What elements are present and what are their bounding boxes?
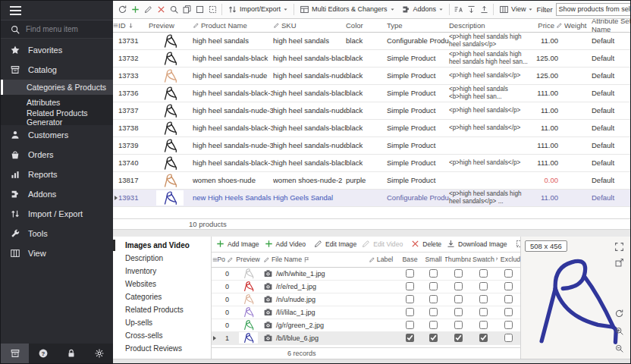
open-external-button[interactable] <box>614 257 626 268</box>
column-header-type[interactable]: Type <box>387 21 449 30</box>
sidebar-item-view[interactable]: View <box>1 243 113 263</box>
column-header-description[interactable]: Description <box>449 21 532 30</box>
column-header-exclude[interactable]: Exclude <box>496 256 520 263</box>
exclude-checkbox[interactable] <box>504 269 513 278</box>
column-header-base[interactable]: Base <box>398 256 422 263</box>
swatch-checkbox[interactable] <box>479 321 488 329</box>
footer-lock-button[interactable] <box>57 344 85 363</box>
column-header-small[interactable]: Small <box>422 256 445 263</box>
swatch-checkbox[interactable] <box>479 334 488 342</box>
product-row[interactable]: 13817women shoes-nudewomen shoes-nude-2p… <box>113 172 630 190</box>
sort-text-button[interactable] <box>452 2 465 17</box>
tab-related-products[interactable]: Related Products <box>113 303 211 316</box>
image-row[interactable]: 0/r/e/red_1.jpg <box>212 281 520 293</box>
sidebar-item-addons[interactable]: Addons <box>1 184 113 204</box>
base-checkbox[interactable] <box>406 321 414 329</box>
tab-product-reviews[interactable]: Product Reviews <box>113 342 211 355</box>
column-header-swatch[interactable]: Swatch <box>471 256 496 263</box>
refresh-button[interactable] <box>116 2 129 17</box>
column-header-color[interactable]: Color <box>346 21 387 30</box>
thumbnail-checkbox[interactable] <box>454 321 463 329</box>
column-header-thumbnail[interactable]: Thumbna <box>445 256 471 263</box>
product-row[interactable]: 13732high heel sandals-blackhigh heel sa… <box>113 50 630 67</box>
sidebar-item-reports[interactable]: Reports <box>1 165 113 184</box>
sidebar-item-categories-products[interactable]: Categories & Products <box>1 80 113 95</box>
edit-video-button[interactable]: Edit Video <box>359 237 405 250</box>
image-row[interactable]: 0/n/u/nude.jpg <box>212 293 520 306</box>
tab-inventory[interactable]: Inventory <box>113 265 211 278</box>
product-row[interactable]: 13740high heel sandals-black-38high heel… <box>113 155 630 172</box>
image-row[interactable]: 1/b/l/blue_6.jpg <box>212 332 520 345</box>
small-checkbox[interactable] <box>429 334 438 342</box>
footer-store-button[interactable] <box>1 344 29 363</box>
sidebar-search-input[interactable]: Find menu item <box>1 20 113 39</box>
product-row[interactable]: 13733high heel sandals-nudehigh heel san… <box>113 67 630 85</box>
exclude-checkbox[interactable] <box>504 308 513 316</box>
add-video-button[interactable]: Add Video <box>262 237 309 250</box>
tab-images-and-video[interactable]: Images and Video <box>113 239 211 252</box>
sidebar-item-attributes[interactable]: Attributes <box>1 95 113 110</box>
exclude-checkbox[interactable] <box>504 334 513 342</box>
small-checkbox[interactable] <box>429 282 438 290</box>
product-row[interactable]: 13731high heel sandalshigh heel sandalsb… <box>113 33 630 50</box>
import-export-menu-button[interactable]: Import/Export <box>224 2 291 17</box>
base-checkbox[interactable] <box>406 334 414 342</box>
thumbnail-checkbox[interactable] <box>454 282 463 290</box>
column-header-label[interactable]: Label <box>363 256 398 263</box>
sidebar-item-related-products-generator[interactable]: Related Products Generator <box>1 110 113 125</box>
exclude-checkbox[interactable] <box>504 295 513 303</box>
duplicate-button[interactable] <box>181 2 193 17</box>
sidebar-item-customers[interactable]: Customers <box>1 125 113 145</box>
exclude-checkbox[interactable] <box>504 321 513 329</box>
row-expand-button[interactable] <box>465 2 478 17</box>
base-checkbox[interactable] <box>406 295 414 303</box>
column-header-id[interactable]: ID <box>118 21 149 30</box>
base-checkbox[interactable] <box>406 269 414 278</box>
tab-cross-sells[interactable]: Cross-sells <box>113 329 211 342</box>
category-filter-select[interactable]: Show products from selected categories <box>556 3 630 16</box>
image-row[interactable]: 0/g/r/green_2.jpg <box>212 319 520 332</box>
small-checkbox[interactable] <box>429 308 438 316</box>
product-row[interactable]: 13931new High Heels SandalsHigh Geels Sa… <box>113 190 630 207</box>
product-row[interactable]: 13738high heel sandals-black-37high heel… <box>113 120 630 137</box>
addons-menu-button[interactable]: Addons <box>398 2 447 17</box>
rotate-button[interactable] <box>614 308 626 319</box>
view-menu-button[interactable]: View <box>496 2 536 17</box>
footer-gear-button[interactable] <box>85 344 113 363</box>
swatch-checkbox[interactable] <box>479 282 488 290</box>
add-image-button[interactable]: Add Image <box>213 237 262 250</box>
delete-button[interactable] <box>155 2 168 17</box>
select-button[interactable] <box>193 2 206 17</box>
paste-button[interactable] <box>206 2 219 17</box>
thumbnail-checkbox[interactable] <box>454 334 463 342</box>
thumbnail-checkbox[interactable] <box>454 308 463 316</box>
tab-description[interactable]: Description <box>113 252 211 265</box>
thumbnail-checkbox[interactable] <box>454 295 463 303</box>
fit-screen-button[interactable] <box>614 241 626 253</box>
set-resize-rule-button[interactable]: Set Resize Rule <box>513 237 520 250</box>
tab-websites[interactable]: Websites <box>113 278 211 290</box>
product-row[interactable]: 13739high heel sandals-nude-37high heel … <box>113 137 630 155</box>
small-checkbox[interactable] <box>429 321 438 329</box>
exclude-checkbox[interactable] <box>504 282 513 290</box>
column-header-file-name[interactable]: File Name <box>263 256 363 263</box>
column-header-position[interactable]: Po <box>218 256 233 263</box>
product-row[interactable]: 13736high heel sandals-black-36high heel… <box>113 85 630 102</box>
tab-up-sells[interactable]: Up-sells <box>113 316 211 329</box>
tab-categories[interactable]: Categories <box>113 290 211 303</box>
zoom-in-button[interactable] <box>614 325 626 337</box>
product-row[interactable]: 13737high heel sandals-nude-36high heel … <box>113 102 630 120</box>
delete-button[interactable]: Delete <box>408 237 444 250</box>
sidebar-item-catalog[interactable]: Catalog <box>1 60 113 80</box>
column-header-product-name[interactable]: Product Name <box>193 21 273 30</box>
column-header-sku[interactable]: SKU <box>273 21 346 30</box>
download-image-button[interactable]: Download Image <box>444 237 510 250</box>
zoom-out-button[interactable] <box>614 343 626 354</box>
sidebar-item-orders[interactable]: Orders <box>1 145 113 165</box>
swatch-checkbox[interactable] <box>479 295 488 303</box>
small-checkbox[interactable] <box>429 269 438 278</box>
row-collapse-button[interactable] <box>478 2 491 17</box>
edit-button[interactable] <box>142 2 155 17</box>
sidebar-item-tools[interactable]: Tools <box>1 224 113 243</box>
sidebar-item-favorites[interactable]: Favorites <box>1 40 113 60</box>
